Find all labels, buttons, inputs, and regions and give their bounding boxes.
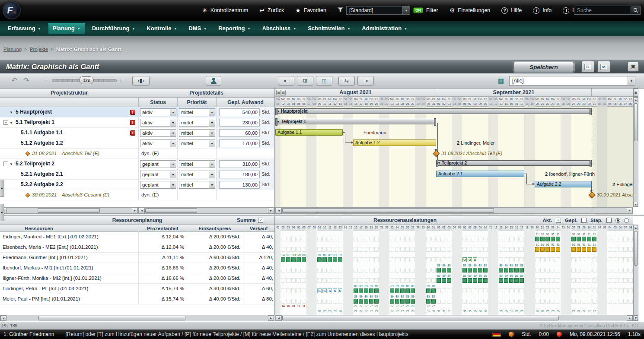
scroll-down-icon[interactable]: ▼ — [634, 315, 638, 320]
effort-input[interactable]: 310,00 — [219, 160, 260, 168]
resource-row[interactable]: Ibendorf, Markus - MI1 [Int.] (01.01.202… — [0, 263, 274, 273]
scroll-left-icon[interactable]: ◄ — [0, 315, 6, 321]
scroll-up-icon[interactable]: ▲ — [634, 225, 638, 230]
gantt-bar-blue[interactable]: Aufgabe 2.1 — [436, 171, 524, 177]
effort-input[interactable]: 180,00 — [219, 171, 260, 178]
gantt-bar-yellow[interactable]: Aufgabe 1.2 — [353, 139, 436, 146]
table-row[interactable]: 30.09.2021 Abschluß Gesamt (E)dyn. (E) — [0, 190, 274, 200]
effort-input[interactable]: 230,00 — [219, 119, 260, 127]
gantt-tool-button-4[interactable]: ⇆ — [338, 76, 355, 86]
expand-arrow-icon[interactable]: ▼ — [10, 162, 13, 166]
table-row[interactable]: ▼5 Hauptprojekt!aktiv▼mittel▼540,00Std. — [0, 107, 274, 117]
gantt-bar-summary[interactable]: ▾Hauptprojekt — [275, 108, 592, 114]
gantt-corner-icon[interactable]: ▣ — [633, 89, 638, 97]
column-effort[interactable]: Gepl. Aufwand — [216, 98, 274, 107]
resource-assignment-button[interactable] — [206, 76, 221, 86]
gantt-tool-button-5[interactable]: ⇥ — [357, 76, 374, 86]
filter-preset-select[interactable]: [Standard] ▼ — [346, 6, 410, 15]
scrollbar-thumb[interactable] — [634, 231, 638, 266]
table-row[interactable]: −▼5.2 Teilprojekt 2geplant▼mittel▼310,00… — [0, 159, 274, 169]
collapse-box[interactable]: − — [3, 162, 8, 166]
gantt-v-scrollbar[interactable]: ▲ ▼ — [633, 97, 638, 207]
effort-input[interactable]: 130,00 — [219, 181, 260, 189]
status-select[interactable]: geplant▼ — [140, 160, 176, 168]
nav-einstellungen[interactable]: ⚙ Einstellungen — [450, 7, 491, 14]
collapse-box[interactable]: − — [3, 120, 8, 125]
timer-icon[interactable] — [509, 332, 514, 337]
gantt-bar-summary[interactable]: ▾Teilprojekt 2 — [436, 160, 592, 166]
scroll-up-icon[interactable]: ▲ — [634, 97, 638, 102]
scrollbar-thumb[interactable] — [634, 103, 638, 141]
panel-collapse-handle[interactable]: ▸ — [0, 180, 4, 197]
gantt-h-scrollbar[interactable]: ◄ ► — [275, 207, 633, 214]
structure-h-scrollbar[interactable]: ◄ ► — [0, 207, 138, 214]
resource-row[interactable]: Illgner-Fürth, Monika - MI2 [Int.] (01.0… — [0, 273, 274, 284]
status-select[interactable]: geplant▼ — [140, 171, 176, 178]
breadcrumb-link[interactable]: Planung — [3, 47, 22, 52]
expand-arrow-icon[interactable]: ▼ — [10, 111, 13, 114]
zoom-out-button[interactable]: − — [45, 77, 48, 83]
priority-select[interactable]: mittel▼ — [179, 129, 215, 137]
column-einkaufspreis[interactable]: Einkaufspreis — [187, 225, 243, 232]
menu-item-durchführung[interactable]: Durchführung▼ — [88, 23, 140, 34]
gantt-bar-blue[interactable]: Aufgabe 2.2 — [535, 181, 592, 187]
priority-select[interactable]: mittel▼ — [179, 171, 215, 178]
scroll-left-icon[interactable]: ◄ — [139, 208, 145, 213]
gantt-zoom-out-icon[interactable]: ⊟ — [281, 90, 286, 95]
gantt-bar-summary[interactable]: ▾Teilprojekt 1 — [275, 119, 436, 124]
column-prozentanteil[interactable]: Prozentanteil — [138, 225, 187, 232]
column-status[interactable]: Status — [138, 98, 177, 107]
priority-select[interactable]: mittel▼ — [179, 181, 215, 189]
scroll-right-icon[interactable]: ► — [627, 208, 633, 213]
german-flag-icon[interactable] — [492, 332, 501, 337]
table-row[interactable]: 31.08.2021 Abschluß Teil (E)dyn. (E) — [0, 149, 274, 159]
resource-row[interactable]: Eisenbach, Maria - ME2 [Ext.] (01.01.202… — [0, 242, 274, 253]
resource-row[interactable]: Friedmann, Günther [Int.] (01.01.2021)Δ … — [0, 253, 274, 263]
resource-row[interactable]: Eidinger, Manfred - ME1 [Ext.] (01.02.20… — [0, 232, 274, 242]
resources-h-scrollbar[interactable]: ◄ ► — [0, 315, 274, 321]
detach-window-button[interactable]: ▣ — [628, 62, 639, 72]
stap-checkbox[interactable] — [606, 218, 612, 223]
effort-input[interactable]: 540,00 — [219, 108, 260, 116]
effort-input[interactable]: 60,00 — [219, 129, 260, 137]
scroll-left-icon[interactable]: ◄ — [276, 208, 282, 213]
nav-info[interactable]: i Info — [533, 7, 552, 14]
table-row[interactable]: 5.2.2 Aufgabe 2.2geplant▼mittel▼130,00St… — [0, 180, 274, 190]
status-select[interactable]: aktiv▼ — [140, 119, 176, 127]
nav-kontrollzentrum[interactable]: ✳ Kontrollzentrum — [202, 7, 248, 14]
scroll-right-icon[interactable]: ► — [268, 315, 274, 321]
view-toggle-gantt-button[interactable]: G — [581, 61, 594, 73]
nav-favoriten[interactable]: ★ Favoriten — [295, 7, 326, 14]
search-icon[interactable] — [631, 6, 641, 15]
scroll-right-icon[interactable]: ► — [268, 208, 274, 213]
milestone-icon[interactable] — [433, 150, 440, 157]
utilization-h-scrollbar[interactable]: ◄ ► — [275, 315, 633, 321]
view-toggle-matrix-button[interactable]: M — [597, 61, 610, 73]
utilization-radio-2[interactable] — [624, 218, 629, 223]
column-ressourcen[interactable]: Ressourcen — [9, 225, 69, 232]
priority-select[interactable]: mittel▼ — [179, 139, 215, 147]
menu-item-erfassung[interactable]: Erfassung▼ — [3, 23, 45, 34]
gantt-bar-green[interactable]: Aufgabe 1.1 — [275, 129, 343, 136]
scrollbar-thumb[interactable] — [38, 316, 185, 320]
akt-checkbox[interactable]: ✓ — [556, 218, 561, 223]
panel-collapse-handle[interactable]: ▸ — [0, 204, 4, 221]
utilization-radio-1[interactable] — [615, 218, 620, 223]
table-row[interactable]: 5.1.2 Aufgabe 1.2aktiv▼mittel▼170,00Std. — [0, 138, 274, 149]
details-h-scrollbar[interactable]: ◄ ► — [138, 207, 274, 214]
menu-item-kontrolle[interactable]: Kontrolle▼ — [142, 23, 181, 34]
collapse-panel-button[interactable]: ‹▮› — [132, 76, 150, 86]
status-select[interactable]: aktiv▼ — [140, 108, 176, 116]
column-priority[interactable]: Priorität — [177, 98, 216, 107]
status-select[interactable]: aktiv▼ — [140, 139, 176, 147]
table-row[interactable]: −▼5.1 Teilprojekt 1!aktiv▼mittel▼230,00S… — [0, 117, 274, 128]
zoom-in-button[interactable]: + — [119, 77, 123, 83]
resource-row[interactable]: Meier, Paul - PM [Int.] (01.01.2021)Δ 15… — [0, 294, 274, 304]
menu-item-planung[interactable]: Planung▼ — [48, 23, 85, 34]
filter-on-toggle[interactable]: ON — [413, 7, 423, 13]
scrollbar-thumb[interactable] — [38, 208, 100, 213]
table-row[interactable]: 5.2.1 Aufgabe 2.1geplant▼mittel▼180,00St… — [0, 169, 274, 180]
table-row[interactable]: 5.1.1 Aufgabe 1.1!aktiv▼mittel▼60,00Std. — [0, 128, 274, 138]
priority-select[interactable]: mittel▼ — [179, 119, 215, 127]
save-button[interactable]: Speichern — [513, 62, 574, 72]
